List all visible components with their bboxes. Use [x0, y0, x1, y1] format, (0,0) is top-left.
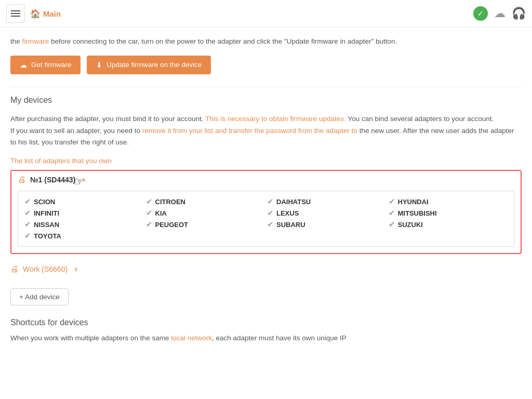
- main-content: the firmware before connecting to the ca…: [0, 28, 532, 353]
- device-icon-2: 🖨: [10, 264, 19, 274]
- menu-button[interactable]: [6, 4, 25, 23]
- brand-check-icon: ✔: [267, 197, 273, 206]
- headphone-icon[interactable]: 🎧: [512, 7, 526, 20]
- shortcuts-title: Shortcuts for devices: [10, 318, 522, 327]
- device-item-2: 🖨 Work (S6660) ∨: [10, 260, 522, 278]
- device-name-1: №1 (SD4443): [30, 176, 75, 184]
- brand-infiniti: ✔ INFINITI: [24, 209, 144, 217]
- brand-check-icon: ✔: [24, 232, 31, 240]
- intro-text: the firmware before connecting to the ca…: [10, 36, 522, 47]
- update-firmware-button[interactable]: ⬇ Update firmware on the device: [87, 56, 211, 74]
- add-device-button[interactable]: + Add device: [10, 288, 69, 305]
- my-devices-description: After purchasing the adapter, you must b…: [10, 113, 522, 149]
- upload-icon: ☁: [20, 61, 27, 69]
- device-chevron-1: ∧: [82, 176, 86, 183]
- device-header-wrapper-1: 🖨 №1 (SD4443) ∧ ☞: [11, 171, 521, 189]
- firmware-link[interactable]: firmware: [22, 37, 49, 45]
- brand-citroen: ✔ CITROEN: [146, 197, 265, 206]
- desc-link-2[interactable]: remove it from your list and transfer th…: [142, 127, 357, 135]
- shortcuts-desc: When you work with multiple adapters on …: [10, 332, 522, 344]
- brand-check-icon: ✔: [24, 220, 31, 229]
- device-header-1[interactable]: 🖨 №1 (SD4443) ∧: [11, 171, 521, 189]
- brand-daihatsu: ✔ DAIHATSU: [267, 197, 387, 206]
- device-icon-1: 🖨: [18, 175, 26, 184]
- my-devices-title: My devices: [10, 96, 522, 105]
- brand-kia: ✔ KIA: [146, 209, 265, 217]
- brand-check-icon: ✔: [267, 220, 273, 229]
- brands-grid-1: ✔ SCION ✔ CITROEN ✔ DAIHATSU ✔ HYUNDAI ✔…: [18, 191, 514, 247]
- brand-toyota: ✔ TOYOTA: [24, 232, 144, 240]
- brand-check-icon: ✔: [24, 197, 31, 206]
- get-firmware-button[interactable]: ☁ Get firmware: [10, 56, 81, 74]
- desc-link-1[interactable]: This is necessary to obtain firmware upd…: [205, 115, 346, 123]
- header: 🏠 Main ✓ ☁ 🎧: [0, 0, 532, 28]
- brand-peugeot: ✔ PEUGEOT: [146, 220, 265, 229]
- device-item-1: 🖨 №1 (SD4443) ∧ ☞ ✔ SCION ✔ CITROEN ✔ DA…: [10, 170, 522, 254]
- section-divider: [10, 87, 522, 87]
- brand-check-icon: ✔: [267, 209, 273, 217]
- brand-lexus: ✔ LEXUS: [267, 209, 387, 217]
- brand-check-icon: ✔: [146, 220, 152, 229]
- brand-check-icon: ✔: [146, 197, 152, 206]
- adapters-label: The list of adapters that you own: [10, 157, 522, 165]
- brand-check-icon: ✔: [146, 209, 152, 217]
- header-title: Main: [43, 9, 61, 18]
- brand-mitsubishi: ✔ MITSUBISHI: [389, 209, 508, 217]
- shortcuts-section: Shortcuts for devices When you work with…: [10, 318, 522, 344]
- brand-hyundai: ✔ HYUNDAI: [389, 197, 508, 206]
- brand-scion: ✔ SCION: [24, 197, 144, 206]
- device-chevron-2: ∨: [74, 265, 78, 273]
- brand-suzuki: ✔ SUZUKI: [389, 220, 508, 229]
- brand-check-icon: ✔: [389, 209, 395, 217]
- action-buttons: ☁ Get firmware ⬇ Update firmware on the …: [10, 56, 522, 74]
- device-name-2: Work (S6660): [23, 265, 68, 273]
- brand-subaru: ✔ SUBARU: [267, 220, 387, 229]
- brand-nissan: ✔ NISSAN: [24, 220, 144, 229]
- brand-check-icon: ✔: [24, 209, 31, 217]
- header-actions: ✓ ☁ 🎧: [473, 6, 526, 21]
- cloud-icon[interactable]: ☁: [494, 7, 506, 20]
- status-check-icon: ✓: [473, 6, 488, 21]
- brand-check-icon: ✔: [389, 220, 395, 229]
- add-device-container: + Add device: [10, 284, 522, 305]
- download-icon: ⬇: [96, 61, 102, 69]
- local-network-link[interactable]: local network: [171, 334, 212, 342]
- brand-check-icon: ✔: [389, 197, 395, 206]
- home-icon: 🏠: [30, 9, 41, 19]
- device-header-2[interactable]: 🖨 Work (S6660) ∨: [10, 260, 522, 278]
